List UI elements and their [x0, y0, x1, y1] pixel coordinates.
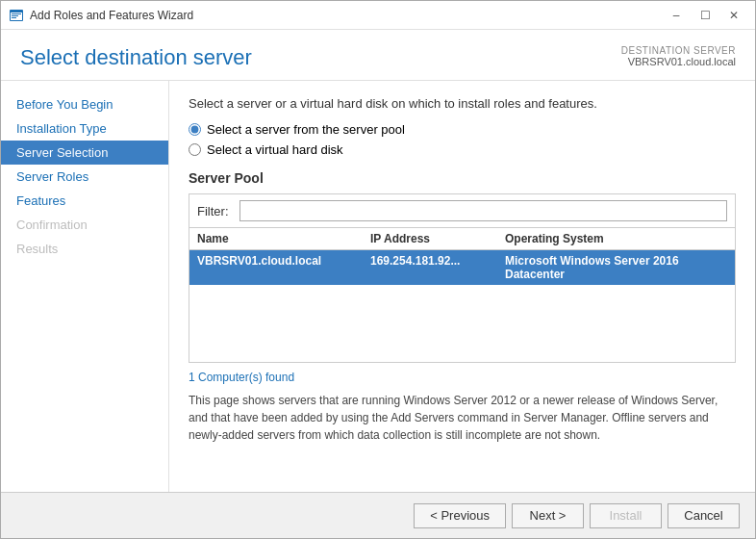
- filter-input[interactable]: [239, 200, 727, 221]
- sidebar-item-results: Results: [1, 237, 168, 261]
- server-pool-section-title: Server Pool: [189, 170, 736, 186]
- maximize-button[interactable]: ☐: [692, 5, 718, 26]
- row-os: Microsoft Windows Server 2016 Datacenter: [505, 254, 727, 281]
- filter-row: Filter:: [189, 194, 735, 228]
- sidebar-item-confirmation: Confirmation: [1, 213, 168, 237]
- radio-server-pool[interactable]: [189, 123, 201, 136]
- content-panel: Select a server or a virtual hard disk o…: [169, 81, 755, 492]
- svg-rect-2: [12, 13, 21, 14]
- next-button[interactable]: Next >: [512, 503, 584, 528]
- filter-label: Filter:: [197, 204, 234, 218]
- col-header-name: Name: [197, 232, 370, 245]
- footer: < Previous Next > Install Cancel: [1, 492, 755, 538]
- col-header-ip: IP Address: [370, 232, 505, 245]
- destination-value: VBRSRV01.cloud.local: [621, 56, 736, 67]
- table-header: Name IP Address Operating System: [189, 228, 735, 250]
- server-pool-box: Filter: Name IP Address Operating System…: [189, 193, 736, 363]
- row-name: VBRSRV01.cloud.local: [197, 254, 370, 281]
- sidebar-item-server-roles[interactable]: Server Roles: [1, 165, 168, 189]
- svg-rect-3: [12, 15, 18, 16]
- col-header-os: Operating System: [505, 232, 727, 245]
- table-empty-area: [189, 285, 735, 362]
- sidebar-item-installation-type[interactable]: Installation Type: [1, 116, 168, 141]
- radio-server-pool-label[interactable]: Select a server from the server pool: [189, 122, 736, 137]
- description-text: This page shows servers that are running…: [189, 392, 736, 444]
- window-controls: – ☐ ✕: [663, 5, 747, 26]
- radio-group: Select a server from the server pool Sel…: [189, 122, 736, 157]
- sidebar-item-before-you-begin[interactable]: Before You Begin: [1, 92, 168, 116]
- page-title: Select destination server: [20, 45, 252, 70]
- close-button[interactable]: ✕: [720, 5, 747, 26]
- radio-vhd[interactable]: [189, 143, 201, 156]
- svg-rect-4: [12, 17, 16, 18]
- sidebar-item-server-selection[interactable]: Server Selection: [1, 141, 168, 165]
- main-content: Select destination server DESTINATION SE…: [1, 30, 755, 492]
- found-text: 1 Computer(s) found: [189, 371, 736, 384]
- previous-button[interactable]: < Previous: [414, 503, 506, 528]
- title-bar-text: Add Roles and Features Wizard: [30, 9, 663, 22]
- install-button[interactable]: Install: [590, 503, 662, 528]
- radio-server-pool-text: Select a server from the server pool: [207, 122, 405, 137]
- wizard-icon: [9, 8, 24, 23]
- body-area: Before You Begin Installation Type Serve…: [1, 81, 755, 492]
- destination-server: DESTINATION SERVER VBRSRV01.cloud.local: [621, 45, 736, 67]
- cancel-button[interactable]: Cancel: [668, 503, 740, 528]
- sidebar-item-features[interactable]: Features: [1, 189, 168, 213]
- wizard-window: Add Roles and Features Wizard – ☐ ✕ Sele…: [0, 0, 756, 539]
- minimize-button[interactable]: –: [663, 5, 690, 26]
- instruction-text: Select a server or a virtual hard disk o…: [189, 96, 736, 111]
- sidebar: Before You Begin Installation Type Serve…: [1, 81, 169, 492]
- table-row[interactable]: VBRSRV01.cloud.local 169.254.181.92... M…: [189, 250, 735, 285]
- header-area: Select destination server DESTINATION SE…: [1, 30, 755, 81]
- radio-vhd-label[interactable]: Select a virtual hard disk: [189, 142, 736, 157]
- radio-vhd-text: Select a virtual hard disk: [207, 142, 343, 157]
- destination-label: DESTINATION SERVER: [621, 45, 736, 56]
- title-bar: Add Roles and Features Wizard – ☐ ✕: [1, 1, 755, 30]
- row-ip: 169.254.181.92...: [370, 254, 505, 281]
